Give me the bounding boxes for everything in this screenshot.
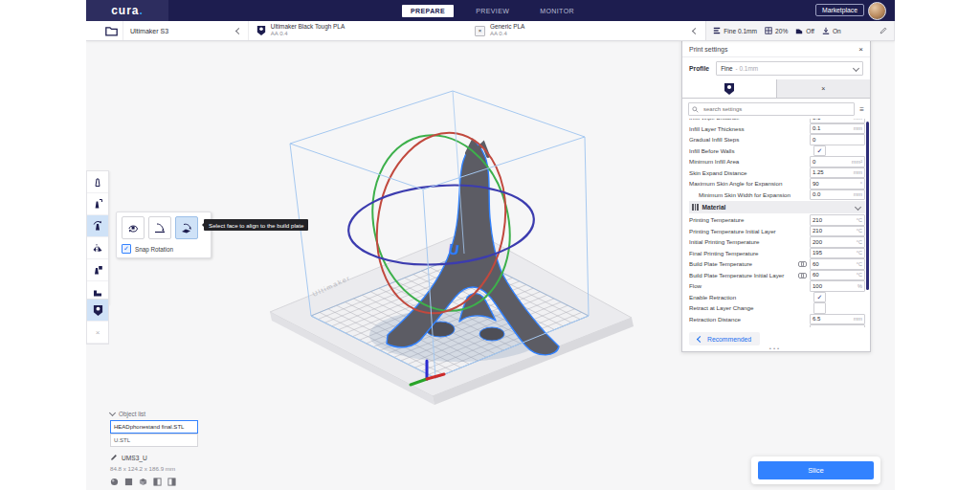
setting-label: Skin Expand Distance [689, 169, 810, 176]
per-model-settings-icon [92, 264, 103, 276]
extruder-2-tab[interactable]: × [777, 79, 871, 98]
layers-icon [713, 27, 721, 34]
model-extruder-select: × [86, 299, 109, 345]
model-extruder-2-button[interactable]: × [87, 322, 108, 344]
support-blocker-icon [92, 286, 103, 298]
object-list-item[interactable]: U.STL [110, 434, 198, 447]
close-icon[interactable]: × [858, 45, 863, 54]
printer-selector[interactable]: Ultimaker S3 [122, 21, 249, 40]
extruder-1-tab[interactable] [682, 79, 777, 98]
setting-label: Enable Retraction [689, 294, 813, 301]
setting-value-input[interactable]: 0.1mm [810, 119, 865, 123]
model-extruder-1-button[interactable] [87, 300, 108, 322]
open-file-button[interactable] [100, 21, 122, 40]
view-left-icon[interactable] [153, 478, 162, 486]
view-right-icon[interactable] [167, 478, 176, 486]
profile-dropdown[interactable]: Fine - 0.1mm [716, 61, 863, 76]
avatar[interactable] [868, 2, 886, 20]
reset-rotation-button[interactable] [122, 216, 145, 239]
setting-row: Retract at Layer Change [689, 302, 865, 314]
per-model-settings-button[interactable] [87, 259, 108, 281]
chevron-left-icon [235, 27, 242, 33]
setting-value-input[interactable]: 100% [810, 280, 865, 292]
setting-row: Build Plate Temperature60°C [689, 258, 865, 270]
edit-settings-button[interactable] [880, 27, 887, 34]
setting-label: Retraction Distance [689, 316, 810, 323]
marketplace-button[interactable]: Marketplace [815, 4, 864, 16]
slice-action-card: Slice [751, 457, 880, 484]
scale-tool-button[interactable] [87, 193, 108, 215]
mirror-tool-button[interactable] [87, 237, 108, 259]
recommended-button[interactable]: Recommended [689, 332, 760, 345]
scrollbar[interactable] [866, 122, 869, 290]
setting-value-input[interactable]: 200°C [810, 236, 865, 248]
tab-monitor[interactable]: MONITOR [531, 5, 583, 17]
setting-value-input[interactable]: 6.5mm [810, 314, 865, 325]
setting-label: Minimum Skin Width for Expansion [689, 191, 810, 198]
setting-value-input[interactable]: 60°C [810, 258, 865, 270]
view-front-icon[interactable] [124, 478, 133, 486]
setting-row: Skin Expand Distance1.25mm [689, 167, 865, 179]
view-top-icon[interactable] [139, 478, 147, 486]
settings-section-header[interactable]: Material [689, 201, 865, 213]
chevron-left-icon [697, 335, 703, 342]
setting-value-input[interactable]: 60°C [810, 270, 865, 281]
extruder-2-config[interactable]: × Generic PLA AA 0.4 [475, 23, 688, 38]
setting-row: Initial Printing Temperature200°C [689, 236, 865, 248]
disabled-extruder-icon: × [96, 328, 100, 337]
chevron-down-icon [855, 204, 861, 211]
rotate-tool-button[interactable] [87, 215, 108, 237]
setting-row: Flow100% [689, 280, 865, 292]
tooltip: Select face to align to the build plate [204, 219, 308, 231]
extruder-2-material: Generic PLA [490, 23, 524, 31]
stage-tabs: PREPARE PREVIEW MONITOR [402, 0, 583, 21]
search-input[interactable] [702, 105, 851, 113]
infill-summary: 20% [765, 27, 788, 34]
snap-rotation-checkbox[interactable]: ✓ [122, 244, 131, 254]
slice-button[interactable]: Slice [758, 461, 874, 479]
print-settings-panel: Print settings × Profile Fine - 0.1mm × [681, 40, 871, 352]
setting-value-input[interactable]: 0.1mm [810, 123, 865, 135]
pencil-icon [880, 27, 887, 34]
extruder-1-config[interactable]: Ultimaker Black Tough PLA AA 0.4 [256, 23, 470, 38]
tab-preview[interactable]: PREVIEW [467, 5, 518, 17]
setting-row: Infill Layer Thickness0.1mm [689, 123, 865, 135]
setting-row: Minimum Skin Width for Expansion0.0mm [689, 189, 865, 201]
setting-row: Maximum Skin Angle for Expansion90° [689, 178, 865, 189]
setting-label: Final Printing Temperature [689, 250, 810, 256]
setting-value-input[interactable]: 210°C [810, 214, 865, 226]
lay-flat-button[interactable] [148, 216, 171, 239]
material-configuration[interactable]: Ultimaker Black Tough PLA AA 0.4 × Gener… [249, 21, 705, 40]
tab-prepare[interactable]: PREPARE [402, 5, 454, 17]
extruder-1-icon [256, 25, 266, 36]
setting-value-input[interactable]: 195°C [810, 248, 865, 259]
setting-checkbox[interactable] [813, 302, 826, 314]
setting-value-input[interactable]: 0.0mm [810, 189, 865, 201]
project-name-row[interactable]: UMS3_U [110, 454, 198, 461]
print-settings-summary[interactable]: Fine 0.1mm 20% Off On [705, 21, 895, 40]
object-list-header[interactable]: Object list [110, 411, 198, 417]
setting-value-input[interactable]: 0mm² [810, 156, 865, 167]
project-name: UMS3_U [122, 455, 147, 461]
lay-flat-icon [153, 221, 167, 234]
setting-value-input[interactable]: 25mm/s [810, 324, 865, 327]
extruder-2-nozzle: AA 0.4 [490, 31, 524, 38]
setting-label: Retraction Speed [689, 326, 810, 327]
setting-checkbox[interactable]: ✓ [813, 292, 826, 303]
panel-resize-handle[interactable]: ••• [681, 345, 869, 351]
settings-menu-icon[interactable]: ≡ [859, 105, 864, 114]
move-tool-button[interactable] [87, 171, 108, 193]
settings-search[interactable] [688, 102, 855, 116]
setting-label: Infill Layer Thickness [689, 125, 810, 132]
chevron-down-icon [853, 65, 859, 72]
setting-value-input[interactable]: 1.25mm [810, 167, 865, 179]
object-list-item[interactable]: HEADphonestand final.STL [110, 420, 198, 434]
setting-checkbox[interactable]: ✓ [813, 145, 826, 157]
setting-value-input[interactable]: 210°C [810, 226, 865, 237]
setting-value-input[interactable]: 90° [810, 178, 865, 189]
view-3d-icon[interactable] [110, 478, 119, 486]
select-face-button[interactable] [175, 216, 198, 239]
setting-label: Flow [689, 282, 810, 289]
move-tool-icon [92, 176, 103, 188]
setting-value-input[interactable]: 0 [810, 134, 865, 145]
